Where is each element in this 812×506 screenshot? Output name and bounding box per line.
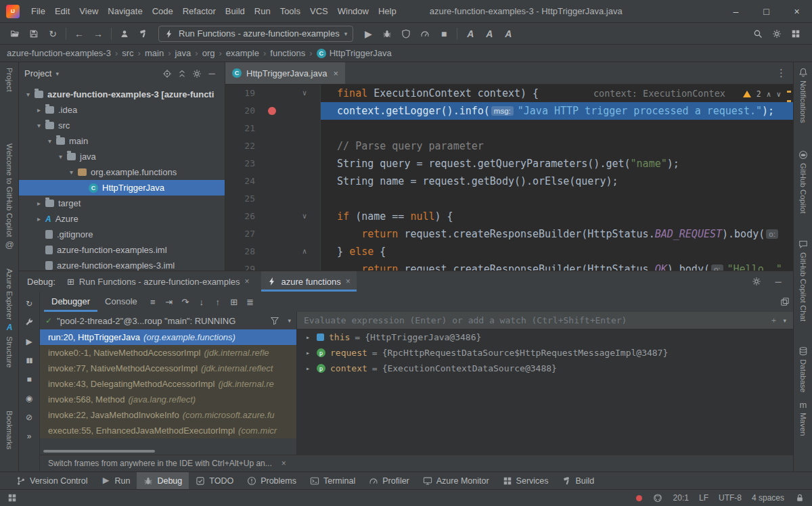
menu-help[interactable]: Help xyxy=(374,0,401,23)
readonly-lock-icon[interactable] xyxy=(794,492,805,503)
stripe-button-github-copilot-chat[interactable]: GitHub Copilot Chat xyxy=(794,239,812,321)
editor-tab[interactable]: C HttpTriggerJava.java × xyxy=(225,62,345,84)
stripe-button-notifications[interactable]: Notifications xyxy=(794,68,812,123)
code-text[interactable]: } else { xyxy=(320,243,793,260)
chevron-down-icon[interactable]: ▾ xyxy=(34,122,44,129)
profiler-icon[interactable] xyxy=(415,25,434,43)
project-panel-title[interactable]: Project xyxy=(24,68,51,78)
user-icon[interactable] xyxy=(115,25,134,43)
locate-icon[interactable] xyxy=(160,67,175,80)
tree-item-azure[interactable]: ▸AAzure xyxy=(19,211,225,227)
stop-icon[interactable]: ■ xyxy=(23,373,35,386)
code-text[interactable]: if (name == null) { xyxy=(320,208,793,225)
stack-frame[interactable]: invoke0:-1, NativeMethodAccessorImpl (jd… xyxy=(40,345,296,361)
save-icon[interactable] xyxy=(24,25,43,43)
sync-icon[interactable]: ↻ xyxy=(43,25,62,43)
resume-icon[interactable]: ▶ xyxy=(23,336,35,348)
chevron-right-icon[interactable]: ▸ xyxy=(34,215,44,223)
back-icon[interactable]: ← xyxy=(70,25,89,43)
stripe-button-maven[interactable]: mMaven xyxy=(794,400,812,436)
toolwindow-button-todo[interactable]: TODO xyxy=(189,472,240,489)
code-text[interactable]: String name = request.getBody().orElse(q… xyxy=(320,172,793,190)
code-text[interactable]: // Parse query parameter xyxy=(320,137,793,155)
stack-frame[interactable]: execute:55, EnhancedJavaMethodExecutorIm… xyxy=(40,423,296,438)
breadcrumb-item[interactable]: CHttpTriggerJava xyxy=(317,48,392,58)
azure-signin-icon[interactable]: A xyxy=(461,25,480,43)
code-text[interactable]: final ExecutionContext context) {context… xyxy=(320,85,793,102)
tab-console[interactable]: Console xyxy=(97,292,145,312)
prev-issue-icon[interactable]: ∧ xyxy=(767,90,771,99)
stripe-button-welcome-to-github-copilot[interactable]: Welcome to GitHub Copilot@ xyxy=(0,143,19,249)
line-separator[interactable]: LF xyxy=(699,493,708,503)
step-out-icon[interactable]: ↑ xyxy=(210,294,226,310)
tab-debugger[interactable]: Debugger xyxy=(44,292,97,312)
breadcrumb-item[interactable]: azure-function-examples-3 xyxy=(7,48,111,58)
breadcrumb-item[interactable]: src xyxy=(122,48,133,58)
step-into-icon[interactable]: ↓ xyxy=(194,294,210,310)
menu-vcs[interactable]: VCS xyxy=(305,0,333,23)
stack-frame[interactable]: run:20, HttpTriggerJava (org.example.fun… xyxy=(40,329,296,345)
show-exec-icon[interactable]: ⇥ xyxy=(161,294,177,310)
stripe-button-github-copilot[interactable]: GitHub Copilot xyxy=(794,150,812,214)
code-text[interactable] xyxy=(320,190,793,208)
settings-icon[interactable] xyxy=(767,25,786,43)
debug-tab-run-functions[interactable]: ⊞ Run Functions - azure-function-example… xyxy=(61,271,256,292)
close-tab-icon[interactable]: × xyxy=(333,68,338,78)
stop-icon[interactable]: ■ xyxy=(434,25,453,43)
modify-run-icon[interactable] xyxy=(23,317,35,329)
toolwindow-button-azure-monitor[interactable]: Azure Monitor xyxy=(416,472,496,489)
add-watch-icon[interactable]: ＋ xyxy=(769,315,777,326)
rerun-icon[interactable]: ↻ xyxy=(23,298,35,310)
breakpoint-icon[interactable] xyxy=(255,102,289,120)
menu-build[interactable]: Build xyxy=(221,0,250,23)
variable-row[interactable]: ▸this={HttpTriggerJava@3486} xyxy=(297,329,793,345)
toolwindow-button-debug[interactable]: Debug xyxy=(137,472,189,489)
view-breakpoints-icon[interactable]: ◉ xyxy=(23,392,35,405)
evaluate-expression-input[interactable]: Evaluate expression (Enter) or add a wat… xyxy=(297,312,793,329)
tree-item-target[interactable]: ▸target xyxy=(19,196,225,211)
debug-icon[interactable] xyxy=(378,25,397,43)
fold-icon[interactable]: ∧ xyxy=(289,243,320,260)
more-icon[interactable]: » xyxy=(23,430,35,442)
hide-icon[interactable]: ─ xyxy=(204,67,219,80)
close-hint-icon[interactable]: × xyxy=(281,459,286,468)
menu-window[interactable]: Window xyxy=(333,0,374,23)
stripe-button-project[interactable]: Project xyxy=(0,68,19,92)
breadcrumb-item[interactable]: main xyxy=(145,48,164,58)
code-text[interactable]: return request.createResponseBuilder(Htt… xyxy=(320,225,793,243)
thread-selector[interactable]: ✓ "pool-2-thread-2"@3...roup "main": RUN… xyxy=(40,312,296,329)
build-hammer-icon[interactable] xyxy=(134,25,153,43)
coverage-icon[interactable] xyxy=(397,25,415,43)
restore-layout-icon[interactable] xyxy=(777,294,793,309)
run-icon[interactable]: ▶ xyxy=(359,25,378,43)
layout-icon[interactable] xyxy=(786,25,805,43)
maximize-button[interactable]: □ xyxy=(751,0,782,22)
horizontal-scrollbar[interactable] xyxy=(43,450,155,453)
layout-settings-icon[interactable]: ≣ xyxy=(242,294,258,310)
toolwindow-button-run[interactable]: ▶Run xyxy=(94,472,137,489)
tree-item-azure-function-examples-3-azure-functi[interactable]: ▾azure-function-examples-3 [azure-functi xyxy=(19,87,225,102)
stripe-button-database[interactable]: Database xyxy=(794,346,812,392)
tree-item-java[interactable]: ▾java xyxy=(19,149,225,164)
chevron-down-icon[interactable]: ▾ xyxy=(66,168,76,176)
more-options-icon[interactable]: ⋮ xyxy=(769,62,793,84)
filter-frames-icon[interactable] xyxy=(267,313,283,328)
toolwindow-switcher-icon[interactable] xyxy=(7,492,18,503)
chevron-right-icon[interactable]: ▸ xyxy=(34,200,44,207)
menu-icon[interactable]: ≡ xyxy=(145,294,161,310)
menu-file[interactable]: File xyxy=(26,0,50,23)
open-icon[interactable] xyxy=(5,25,24,43)
chevron-down-icon[interactable]: ▾ xyxy=(45,137,55,145)
step-over-icon[interactable]: ↷ xyxy=(177,294,194,310)
toolwindow-button-version-control[interactable]: Version Control xyxy=(9,472,94,489)
code-text[interactable]: String query = request.getQueryParameter… xyxy=(320,155,793,172)
code-text[interactable]: context.getLogger().info(msg:"Java HTTP … xyxy=(320,102,793,120)
inspection-widget[interactable]: 2 ∧ ∨ xyxy=(743,89,781,99)
mute-breakpoints-icon[interactable]: ⊘ xyxy=(23,411,35,423)
menu-view[interactable]: View xyxy=(74,0,103,23)
stack-frame[interactable]: invoke:77, NativeMethodAccessorImpl (jdk… xyxy=(40,361,296,376)
caret-position[interactable]: 20:1 xyxy=(673,493,689,503)
toolwindow-button-problems[interactable]: Problems xyxy=(240,472,303,489)
stripe-button-azure-explorer[interactable]: Azure ExplorerA xyxy=(0,269,19,331)
code-text[interactable] xyxy=(320,120,793,137)
